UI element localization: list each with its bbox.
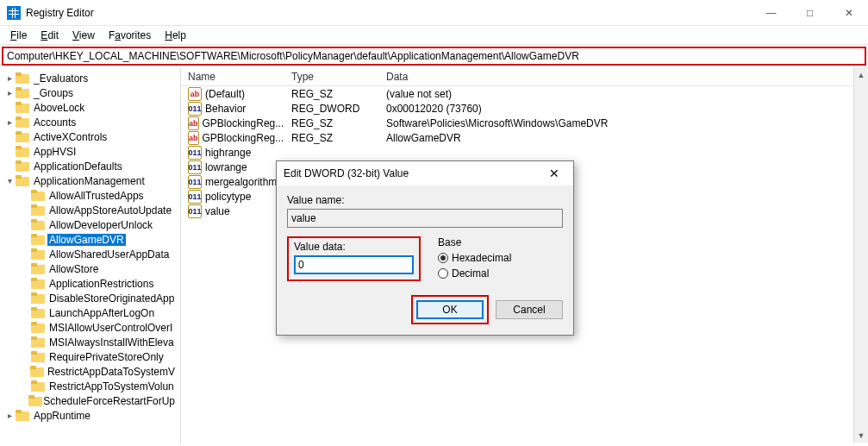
value-name: GPBlockingReg... [203,132,284,144]
tree-item[interactable]: ▸ScheduleForceRestartForUp [0,393,180,408]
scroll-up-icon[interactable]: ▲ [854,67,869,82]
radio-decimal[interactable]: Decimal [438,267,511,280]
value-type: REG_DWORD [284,103,379,115]
value-name: lowrange [205,161,247,173]
scroll-down-icon[interactable]: ▼ [854,428,869,443]
chevron-right-icon[interactable]: ▸ [3,117,16,127]
tree-item[interactable]: ▸AppRuntime [0,408,180,423]
tree-item[interactable]: ▸RestrictAppToSystemVolun [0,379,180,393]
value-type: REG_SZ [284,117,379,129]
folder-icon [16,131,29,142]
folder-icon [30,366,43,377]
folder-icon [16,72,29,84]
minimize-button[interactable]: — [752,0,790,26]
tree-item[interactable]: ▸AllowSharedUserAppData [0,247,180,261]
tree-item[interactable]: ▸AboveLock [0,100,180,115]
tree-item[interactable]: ▸RestrictAppDataToSystemV [0,364,180,379]
tree-pane[interactable]: ▸_Evaluators▸_Groups▸AboveLock▸Accounts▸… [0,67,181,443]
chevron-right-icon[interactable]: ▸ [3,88,16,97]
menu-file[interactable]: File [3,27,34,44]
scrollbar[interactable]: ▲ ▼ [853,67,868,443]
close-button[interactable]: ✕ [829,0,868,26]
column-data[interactable]: Data [379,67,868,85]
maximize-button[interactable]: □ [790,0,829,26]
tree-item[interactable]: ▸ApplicationRestrictions [0,276,180,291]
tree-item[interactable]: ▸Accounts [0,115,180,129]
tree-item[interactable]: ▸MSIAllowUserControlOverI [0,320,180,335]
tree-item[interactable]: ▸ActiveXControls [0,129,180,144]
menu-favorites[interactable]: Favorites [102,27,158,44]
string-value-icon: ab [188,87,202,101]
folder-icon [28,395,39,406]
tree-item-label: ApplicationManagement [32,175,147,187]
tree-item[interactable]: ▸ApplicationDefaults [0,159,180,173]
tree-item[interactable]: ▸RequirePrivateStoreOnly [0,349,180,364]
tree-item[interactable]: ▸_Groups [0,85,180,100]
folder-icon [31,248,45,260]
tree-item-label: MSIAlwaysInstallWithEleva [47,336,176,349]
column-type[interactable]: Type [284,67,379,85]
tree-item[interactable]: ▸AppHVSI [0,144,180,159]
value-name-input[interactable] [287,209,563,228]
tree-item-label: AppHVSI [32,146,78,158]
value-type: REG_SZ [284,132,379,144]
tree-item-label: AllowDeveloperUnlock [47,219,154,231]
radio-hex-label: Hexadecimal [452,252,511,264]
folder-icon [31,234,45,245]
regedit-icon [7,6,21,20]
tree-item[interactable]: ▸_Evaluators [0,71,180,85]
address-path: Computer\HKEY_LOCAL_MACHINE\SOFTWARE\Mic… [7,50,861,62]
tree-item[interactable]: ▸AllowAllTrustedApps [0,188,180,203]
window-title: Registry Editor [26,7,752,19]
folder-icon [31,380,45,392]
value-name: value [205,205,230,217]
tree-item[interactable]: ▸AllowGameDVR [0,232,180,247]
list-row[interactable]: 011highrange [181,145,868,160]
folder-icon [31,336,45,348]
tree-item-label: RequirePrivateStoreOnly [47,351,165,363]
value-data-highlight: Value data: [287,236,421,281]
dialog-title-bar[interactable]: Edit DWORD (32-bit) Value ✕ [277,161,573,185]
list-header: Name Type Data [181,67,868,86]
string-value-icon: ab [188,116,199,130]
value-data-input[interactable] [294,255,414,274]
tree-item[interactable]: ▸MSIAlwaysInstallWithEleva [0,335,180,349]
menu-help[interactable]: Help [158,27,193,44]
folder-icon [31,307,45,318]
column-name[interactable]: Name [181,67,284,85]
tree-item[interactable]: ▸LaunchAppAfterLogOn [0,305,180,320]
list-row[interactable]: 011BehaviorREG_DWORD0x00012020 (73760) [181,101,868,116]
ok-button[interactable]: OK [416,300,484,319]
menu-view[interactable]: View [66,27,102,44]
list-row[interactable]: abGPBlockingReg...REG_SZAllowGameDVR [181,130,868,145]
tree-item-label: DisableStoreOriginatedApp [47,292,176,305]
list-row[interactable]: abGPBlockingReg...REG_SZSoftware\Policie… [181,116,868,130]
radio-hexadecimal[interactable]: Hexadecimal [438,252,511,264]
cancel-button[interactable]: Cancel [496,300,563,319]
value-data-label: Value data: [294,241,414,253]
tree-item[interactable]: ▸DisableStoreOriginatedApp [0,291,180,305]
radio-dec-label: Decimal [452,267,489,280]
value-name: Behavior [205,103,246,115]
menu-edit[interactable]: Edit [34,27,66,44]
tree-item-label: _Groups [32,87,75,99]
folder-icon [31,190,45,201]
tree-item[interactable]: ▸AllowDeveloperUnlock [0,217,180,232]
folder-icon [31,204,45,216]
tree-item[interactable]: ▸AllowAppStoreAutoUpdate [0,203,180,217]
dword-value-icon: 011 [188,175,202,189]
dialog-close-button[interactable]: ✕ [542,166,566,180]
value-data: 0x00012020 (73760) [379,103,868,115]
chevron-right-icon[interactable]: ▸ [3,73,16,83]
tree-item[interactable]: ▸AllowStore [0,261,180,276]
chevron-down-icon[interactable]: ▾ [3,176,16,185]
list-row[interactable]: ab(Default)REG_SZ(value not set) [181,86,868,101]
chevron-right-icon[interactable]: ▸ [3,411,16,420]
tree-item-label: _Evaluators [32,72,90,85]
folder-icon [16,87,29,98]
radio-icon [438,268,448,279]
value-name: GPBlockingReg... [203,117,284,129]
address-bar[interactable]: Computer\HKEY_LOCAL_MACHINE\SOFTWARE\Mic… [2,47,866,66]
folder-icon [16,160,29,172]
tree-item[interactable]: ▾ApplicationManagement [0,173,180,188]
